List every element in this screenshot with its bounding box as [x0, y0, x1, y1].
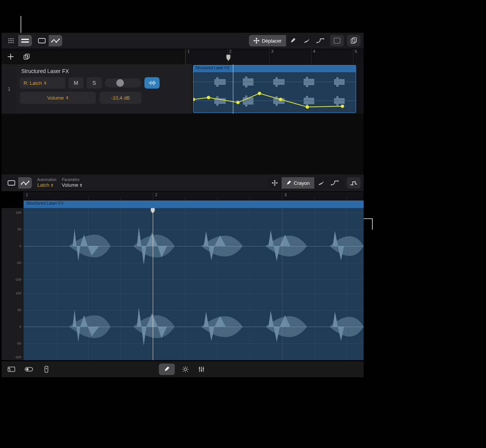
automation-value-display[interactable]: -10,4 dB: [100, 92, 141, 104]
svg-point-0: [8, 38, 9, 39]
top-toolbar: Déplacer: [2, 33, 364, 49]
pencil-tool-button[interactable]: [286, 35, 300, 46]
pan-slider[interactable]: [105, 78, 141, 87]
editor-step-tool-button[interactable]: [347, 177, 361, 189]
editor-playhead-marker[interactable]: [150, 208, 155, 214]
editor-toolbar: Automation Latch Paramètre Volume: [2, 175, 364, 191]
svg-point-59: [258, 92, 261, 95]
clip-name-label: Structured Laser FX: [195, 66, 229, 70]
svg-point-69: [352, 184, 353, 185]
input-monitor-button[interactable]: [144, 77, 160, 89]
brush-tool-button[interactable]: [300, 35, 313, 46]
y-tick: 0: [19, 325, 21, 329]
library-button[interactable]: [6, 364, 17, 375]
ruler-tick: 1: [26, 192, 28, 197]
track-row: 1 Structured Laser FX R: Latch M S: [2, 64, 364, 114]
svg-point-68: [337, 180, 339, 182]
playhead-marker[interactable]: [226, 54, 231, 61]
clip-header: Structured Laser FX: [193, 65, 356, 72]
move-tool-label: Déplacer: [262, 38, 282, 44]
editor-ruler[interactable]: 1 2 3: [24, 191, 364, 200]
curve-tool-button[interactable]: [313, 35, 327, 46]
duplicate-track-button[interactable]: [21, 51, 32, 62]
svg-point-77: [184, 368, 187, 371]
mute-button[interactable]: M: [68, 77, 84, 89]
param-value: Volume: [62, 182, 78, 188]
marquee-tool-button[interactable]: [330, 35, 344, 46]
svg-point-90: [201, 370, 202, 371]
editor-waveform-canvas[interactable]: [24, 208, 364, 360]
audio-editor: Automation Latch Paramètre Volume: [2, 175, 364, 377]
automation-value: Latch: [37, 182, 49, 188]
brightness-button[interactable]: [180, 364, 191, 375]
automation-curve[interactable]: [193, 72, 356, 113]
svg-point-11: [13, 42, 14, 43]
svg-rect-20: [334, 38, 340, 43]
editor-clip-name: Structured Laser FX: [26, 201, 63, 205]
editor-automation-view-button[interactable]: [18, 177, 32, 189]
toggle-button[interactable]: [24, 364, 34, 375]
svg-point-18: [317, 42, 318, 43]
mixer-button[interactable]: [196, 364, 207, 375]
slider-thumb[interactable]: [116, 79, 124, 87]
move-tool-icon: [253, 38, 260, 44]
editor-param-select[interactable]: Paramètre Volume: [62, 178, 82, 188]
ruler-tick: 4: [313, 49, 315, 54]
svg-point-76: [46, 368, 47, 369]
svg-point-61: [306, 105, 309, 109]
callout-line: [372, 218, 373, 230]
audio-clip[interactable]: Structured Laser FX: [193, 65, 356, 113]
view-automation-button[interactable]: [49, 35, 62, 46]
y-tick: -100: [14, 278, 21, 281]
svg-rect-63: [8, 181, 15, 185]
svg-point-67: [331, 184, 332, 186]
y-tick: 100: [16, 291, 21, 295]
editor-pencil-tool-button[interactable]: Crayon: [282, 177, 314, 189]
track-lane[interactable]: Structured Laser FX: [191, 64, 364, 114]
svg-point-7: [13, 40, 14, 41]
automation-mode-select[interactable]: R: Latch: [20, 77, 65, 89]
ruler-tick: 1: [187, 49, 190, 54]
view-region-button[interactable]: [35, 35, 49, 46]
y-tick: -50: [16, 261, 21, 265]
add-track-button[interactable]: [5, 51, 16, 62]
svg-point-91: [203, 368, 204, 369]
view-tracks-button[interactable]: [18, 35, 32, 46]
editor-automation-select[interactable]: Automation Latch: [37, 178, 57, 188]
chevron-updown-icon: [44, 81, 46, 85]
copy-tool-button[interactable]: [347, 35, 361, 46]
svg-point-8: [8, 42, 9, 43]
svg-point-62: [341, 105, 344, 108]
timeline-ruler[interactable]: 1 2 3 4 5: [185, 49, 364, 64]
editor-brush-tool-button[interactable]: [314, 177, 328, 189]
svg-line-85: [187, 367, 188, 368]
view-grid-button[interactable]: [5, 35, 18, 46]
editor-clip-header: Structured Laser FX: [24, 200, 364, 208]
editor-y-axis: 100 50 0 -50 -100 100 50 0 -50 -100: [2, 208, 24, 360]
track-header[interactable]: Structured Laser FX R: Latch M S Volu: [17, 64, 191, 114]
editor-move-tool-button[interactable]: [268, 177, 282, 189]
editor-playhead-line: [153, 208, 153, 360]
move-tool-button[interactable]: Déplacer: [249, 35, 286, 46]
editor-curve-tool-button[interactable]: [328, 177, 342, 189]
smart-controls-button[interactable]: [41, 364, 52, 375]
svg-point-56: [193, 98, 195, 101]
y-tick: -50: [16, 342, 21, 345]
automation-param-select[interactable]: Volume: [20, 92, 96, 104]
svg-line-82: [183, 367, 184, 368]
solo-button[interactable]: S: [87, 77, 102, 89]
y-tick: 50: [17, 308, 21, 312]
svg-rect-22: [353, 38, 356, 42]
ruler-tick: 2: [229, 49, 231, 54]
editor-region-view-button[interactable]: [5, 177, 18, 189]
svg-point-65: [25, 184, 27, 185]
svg-point-10: [11, 42, 12, 43]
y-tick: 50: [17, 227, 21, 231]
param-label: Paramètre: [62, 178, 82, 182]
svg-point-6: [11, 40, 12, 41]
svg-point-60: [279, 98, 282, 101]
edit-mode-button[interactable]: [159, 364, 175, 375]
svg-rect-21: [351, 39, 355, 43]
svg-point-1: [10, 38, 11, 39]
svg-point-70: [355, 181, 356, 182]
